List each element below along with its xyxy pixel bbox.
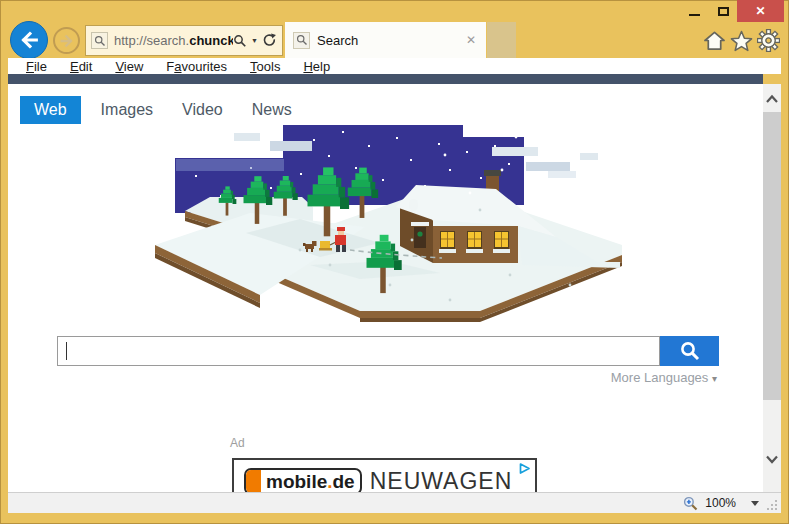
scrollbar-thumb[interactable] <box>763 112 781 400</box>
maximize-icon <box>718 7 729 16</box>
chevron-down-icon: ▾ <box>712 373 717 384</box>
ad-label: Ad <box>230 436 245 450</box>
close-icon: ✕ <box>755 4 765 18</box>
zoom-level: 100% <box>705 496 736 510</box>
tab-web[interactable]: Web <box>20 96 81 124</box>
ad-headline: NEUWAGEN <box>370 468 513 493</box>
menu-file[interactable]: File <box>8 59 59 74</box>
logo-orange-block <box>246 470 261 493</box>
forward-arrow-icon <box>59 33 75 49</box>
search-provider-caret-icon[interactable]: ▼ <box>251 37 258 44</box>
browser-window: ✕ http://search.chunck... ▼ <box>0 0 789 524</box>
adchoices-icon[interactable] <box>518 462 531 475</box>
tab-favicon <box>293 32 310 49</box>
url-prefix: http://search. <box>114 33 189 48</box>
tab-title: Search <box>317 33 464 48</box>
address-bar[interactable]: http://search.chunck... ▼ <box>85 25 283 56</box>
zoom-caret-icon[interactable] <box>751 501 759 506</box>
scroll-down-icon[interactable] <box>764 452 780 466</box>
maximize-button[interactable] <box>709 0 737 22</box>
new-tab-button[interactable] <box>487 22 516 58</box>
text-cursor <box>66 342 67 360</box>
back-arrow-icon <box>18 29 40 51</box>
zoom-control[interactable]: 100% <box>683 493 759 513</box>
forward-button[interactable] <box>53 27 80 54</box>
vertical-scrollbar[interactable] <box>763 84 781 492</box>
status-bar: 100% <box>8 492 781 513</box>
menu-tools[interactable]: Tools <box>239 59 292 74</box>
home-button[interactable] <box>702 29 727 52</box>
menu-bar: File Edit View Favourites Tools Help <box>8 58 781 74</box>
settings-button[interactable] <box>756 29 781 52</box>
minimize-icon <box>689 14 700 16</box>
menu-view[interactable]: View <box>104 59 155 74</box>
close-button[interactable]: ✕ <box>737 0 784 22</box>
minimize-button[interactable] <box>679 0 709 22</box>
search-input[interactable] <box>57 336 660 366</box>
magnifier-icon <box>94 35 106 47</box>
zoom-magnifier-icon <box>683 496 698 511</box>
mobile-de-logo: mobile.de <box>244 468 362 493</box>
search-button[interactable] <box>660 336 719 366</box>
refresh-icon[interactable] <box>262 33 277 48</box>
tab-close-icon[interactable]: ✕ <box>464 33 478 47</box>
gear-icon <box>757 29 780 52</box>
magnifier-icon <box>296 34 308 46</box>
menu-help[interactable]: Help <box>292 59 342 74</box>
magnifier-icon <box>679 340 701 362</box>
tab-search[interactable]: Search ✕ <box>285 22 486 58</box>
page-viewport: Web Images Video News <box>8 84 763 492</box>
menu-edit[interactable]: Edit <box>59 59 104 74</box>
favorites-button[interactable] <box>729 29 754 52</box>
address-search-icon[interactable] <box>233 34 247 48</box>
scroll-up-icon[interactable] <box>764 92 780 106</box>
home-icon <box>703 30 726 51</box>
back-button[interactable] <box>10 21 48 59</box>
page-top-bar <box>8 74 763 84</box>
winter-scene-illustration <box>150 115 630 325</box>
more-languages-link[interactable]: More Languages ▾ <box>611 370 717 385</box>
menu-favourites[interactable]: Favourites <box>155 59 239 74</box>
star-icon <box>730 30 753 52</box>
tab-images[interactable]: Images <box>101 96 153 124</box>
address-favicon <box>91 32 108 49</box>
url-text[interactable]: http://search.chunck... <box>114 33 233 48</box>
resize-grip[interactable] <box>766 499 778 511</box>
url-host: chunck... <box>189 33 233 48</box>
ad-banner[interactable]: mobile.de NEUWAGEN <box>232 458 537 492</box>
